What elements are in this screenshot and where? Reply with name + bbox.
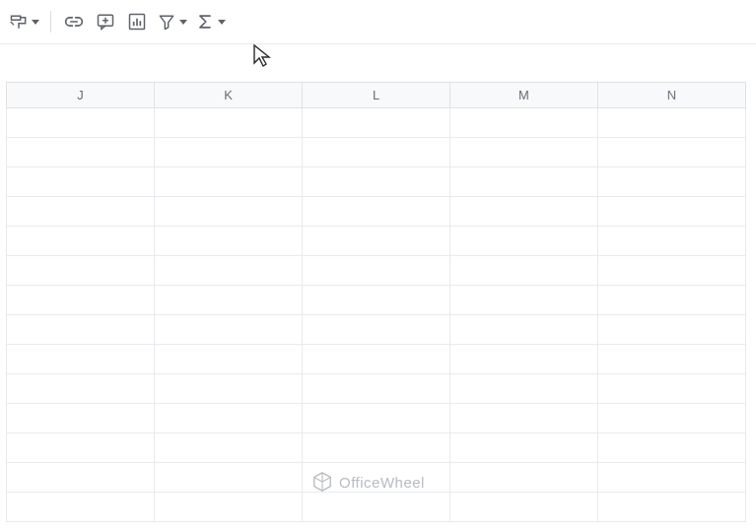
cell[interactable] xyxy=(450,374,598,404)
cell[interactable] xyxy=(450,286,598,315)
table-row xyxy=(7,286,746,315)
cell[interactable] xyxy=(7,345,155,374)
cell[interactable] xyxy=(7,404,155,433)
cell[interactable] xyxy=(598,227,746,256)
spreadsheet-area[interactable]: JKLMN xyxy=(0,44,756,522)
cell[interactable] xyxy=(598,493,746,522)
cell-grid[interactable]: JKLMN xyxy=(6,82,746,522)
cell[interactable] xyxy=(303,108,450,138)
cell[interactable] xyxy=(303,197,450,227)
cell[interactable] xyxy=(7,197,155,227)
cell[interactable] xyxy=(7,256,155,286)
cell[interactable] xyxy=(155,108,303,138)
cell[interactable] xyxy=(155,286,303,315)
cell[interactable] xyxy=(303,493,450,522)
cell[interactable] xyxy=(598,256,746,286)
cell[interactable] xyxy=(598,108,746,138)
table-row xyxy=(7,404,746,433)
table-row xyxy=(7,227,746,256)
cell[interactable] xyxy=(155,197,303,227)
cell[interactable] xyxy=(598,138,746,167)
cell[interactable] xyxy=(450,433,598,463)
cell[interactable] xyxy=(155,404,303,433)
cell[interactable] xyxy=(598,315,746,345)
insert-chart-button[interactable] xyxy=(122,7,152,36)
cell[interactable] xyxy=(7,167,155,197)
cell[interactable] xyxy=(598,167,746,197)
cell[interactable] xyxy=(598,345,746,374)
table-row xyxy=(7,256,746,286)
cell[interactable] xyxy=(155,167,303,197)
insert-comment-button[interactable] xyxy=(91,7,120,36)
cell[interactable] xyxy=(303,286,450,315)
cell[interactable] xyxy=(155,345,303,374)
cell[interactable] xyxy=(155,256,303,286)
cell[interactable] xyxy=(7,227,155,256)
cell[interactable] xyxy=(7,286,155,315)
cell[interactable] xyxy=(450,108,598,138)
link-icon xyxy=(64,12,84,32)
column-header[interactable]: L xyxy=(303,83,450,108)
cell[interactable] xyxy=(303,227,450,256)
insert-link-button[interactable] xyxy=(59,7,89,36)
cell[interactable] xyxy=(450,256,598,286)
cell[interactable] xyxy=(303,167,450,197)
chevron-down-icon xyxy=(218,20,226,25)
functions-button[interactable] xyxy=(192,7,229,36)
column-header[interactable]: K xyxy=(155,83,303,108)
cell[interactable] xyxy=(303,374,450,404)
table-row xyxy=(7,463,746,493)
cell[interactable] xyxy=(598,286,746,315)
cell[interactable] xyxy=(7,108,155,138)
cell[interactable] xyxy=(450,404,598,433)
table-row xyxy=(7,138,746,167)
cell[interactable] xyxy=(450,167,598,197)
cell[interactable] xyxy=(303,345,450,374)
cell[interactable] xyxy=(155,374,303,404)
cell[interactable] xyxy=(450,138,598,167)
table-row xyxy=(7,493,746,522)
cell[interactable] xyxy=(303,256,450,286)
cell[interactable] xyxy=(598,433,746,463)
cell[interactable] xyxy=(7,463,155,493)
toolbar-separator xyxy=(50,11,51,33)
sigma-icon xyxy=(195,12,215,32)
cell[interactable] xyxy=(155,227,303,256)
paint-format-icon xyxy=(9,12,29,32)
cell[interactable] xyxy=(450,315,598,345)
cell[interactable] xyxy=(450,463,598,493)
cell[interactable] xyxy=(7,374,155,404)
column-header[interactable]: N xyxy=(598,83,746,108)
cell[interactable] xyxy=(450,227,598,256)
cell[interactable] xyxy=(155,315,303,345)
column-header[interactable]: J xyxy=(7,83,155,108)
toolbar xyxy=(0,0,756,43)
filter-button[interactable] xyxy=(154,7,190,36)
cell[interactable] xyxy=(303,433,450,463)
cell[interactable] xyxy=(155,433,303,463)
cell[interactable] xyxy=(303,404,450,433)
cell[interactable] xyxy=(303,138,450,167)
filter-icon xyxy=(157,12,176,32)
cell[interactable] xyxy=(450,197,598,227)
cell[interactable] xyxy=(598,197,746,227)
cell[interactable] xyxy=(303,463,450,493)
paint-format-button[interactable] xyxy=(6,7,42,36)
cell[interactable] xyxy=(155,463,303,493)
column-header[interactable]: M xyxy=(450,83,598,108)
table-row xyxy=(7,197,746,227)
cell[interactable] xyxy=(450,345,598,374)
cell[interactable] xyxy=(303,315,450,345)
cell[interactable] xyxy=(7,315,155,345)
cell[interactable] xyxy=(7,493,155,522)
cell[interactable] xyxy=(155,493,303,522)
cell[interactable] xyxy=(450,493,598,522)
cell[interactable] xyxy=(155,138,303,167)
table-row xyxy=(7,374,746,404)
cell[interactable] xyxy=(598,404,746,433)
cell[interactable] xyxy=(598,374,746,404)
cell[interactable] xyxy=(7,433,155,463)
cell[interactable] xyxy=(7,138,155,167)
chart-icon xyxy=(127,12,147,32)
cell[interactable] xyxy=(598,463,746,493)
